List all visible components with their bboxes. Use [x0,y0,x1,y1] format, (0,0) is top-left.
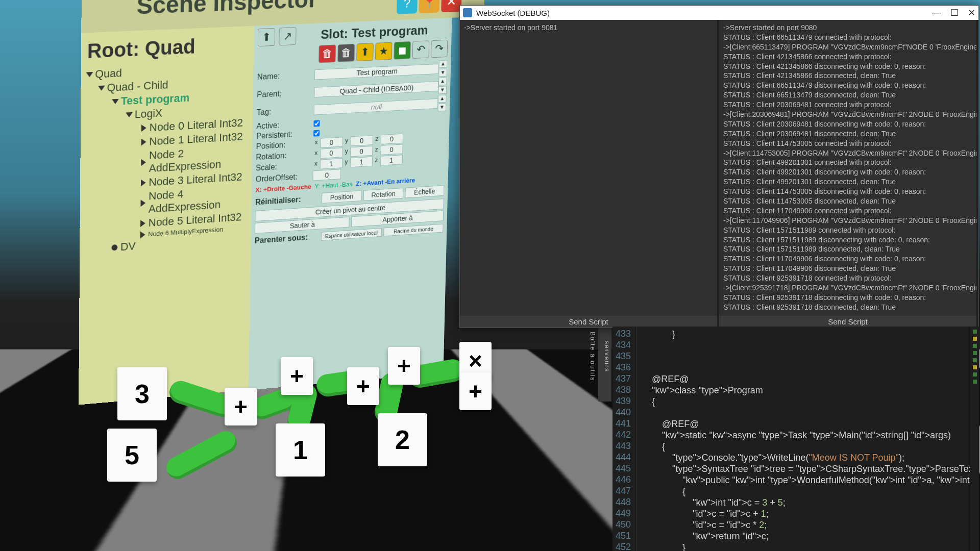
maximize-icon[interactable]: ☐ [950,7,959,18]
operator-node[interactable]: + [225,388,257,425]
code-editor[interactable]: 4334344354364374384394404414424434444454… [612,327,979,551]
literal-node[interactable]: 2 [378,413,427,466]
reset-rotation-button[interactable]: Rotation [363,188,403,201]
pin-icon[interactable]: 📍 [419,0,440,13]
move-up-icon[interactable]: ⬆ [356,43,374,61]
websocket-debug-window: WebSocket (DEBUG) — ☐ ✕ ->Server started… [459,5,979,328]
destroy-icon[interactable]: 🗑 [337,44,355,62]
persistent-checkbox[interactable] [313,130,320,136]
operator-node[interactable]: + [347,367,379,405]
literal-node[interactable]: 5 [107,429,157,482]
tag-label: Tag: [257,105,314,117]
delete-icon[interactable]: 🗑 [318,44,336,63]
operator-node[interactable]: + [281,357,313,395]
literal-node[interactable]: 1 [276,423,325,477]
parent-under-local-button[interactable]: Espace utilisateur local [321,228,382,241]
reset-label: Réinitialiser: [255,194,322,207]
box-icon[interactable]: ◼ [394,41,411,60]
side-tab-strip[interactable]: serveurs Boîte à outils [598,327,611,402]
tab-toolbox[interactable]: Boîte à outils [589,332,596,381]
app-icon [463,8,472,17]
tab-servers[interactable]: serveurs [603,341,610,372]
slot-properties: ?📍✕ ⬆ ↗ Slot: Test program 🗑 🗑 ⬆ ★ ◼ ↶ ↷… [249,18,452,390]
tag-field[interactable]: null [314,98,438,115]
slot-title: Slot: Test program [300,22,449,43]
reset-position-button[interactable]: Position [322,190,362,204]
name-field[interactable]: Test program [314,63,439,80]
operator-node[interactable]: + [388,347,420,385]
minimize-icon[interactable]: — [932,7,941,18]
window-titlebar[interactable]: WebSocket (DEBUG) — ☐ ✕ [460,6,978,20]
literal-node[interactable]: 3 [117,367,167,420]
parent-under-label: Parenter sous: [255,232,321,245]
close-icon[interactable]: ✕ [441,0,462,12]
operator-node[interactable]: + [459,372,492,410]
parent-field[interactable]: Quad - Child (IDE8A00) [314,81,438,97]
window-title: WebSocket (DEBUG) [476,9,550,17]
send-script-right-button[interactable]: Send Script [719,316,978,328]
nav-out-button[interactable]: ↗ [279,27,296,45]
undo-icon[interactable]: ↶ [412,40,429,59]
parent-label: Parent: [257,88,314,99]
active-checkbox[interactable] [313,120,320,127]
visual-programming-nodes: 35++1++2×+ [71,337,531,490]
order-field[interactable]: 0 [312,169,341,181]
root-label: Root: Quad [87,33,249,63]
redo-icon[interactable]: ↷ [431,40,448,58]
name-label: Name: [257,70,315,82]
code-area[interactable]: } @REF@ "kw">class "type">Program { @REF… [636,327,970,551]
nav-up-button[interactable]: ⬆ [258,28,276,46]
line-gutter: 4334344354364374384394404414424434444454… [612,327,636,551]
reset-scale-button[interactable]: Échelle [405,185,444,198]
favorite-icon[interactable]: ★ [375,42,393,61]
send-script-left-button[interactable]: Send Script [460,316,719,328]
log-pane-left[interactable]: ->Server started on port 9081 [460,20,719,316]
parent-under-world-button[interactable]: Racine du monde [383,224,443,237]
help-icon[interactable]: ? [397,0,418,14]
close-icon[interactable]: ✕ [968,7,975,18]
log-pane-right[interactable]: ->Server started on port 9080STATUS : Cl… [719,20,978,316]
minimap[interactable] [970,327,979,551]
order-label: OrderOffset: [256,171,313,184]
